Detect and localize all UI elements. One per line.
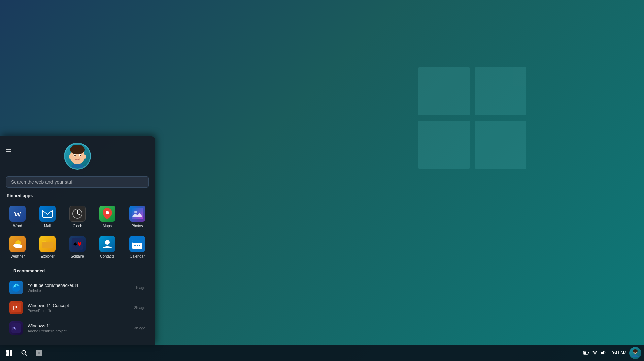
svg-line-41 bbox=[25, 354, 27, 356]
rec-item-youtube[interactable]: Youtube.com/thehacker34 Website 1h ago bbox=[7, 277, 148, 298]
solitaire-label: Solitaire bbox=[71, 254, 84, 258]
win-pane-tl bbox=[418, 67, 470, 115]
search-button[interactable] bbox=[18, 346, 31, 360]
svg-point-29 bbox=[137, 245, 138, 246]
rec-win11-title: Windows 11 bbox=[28, 323, 129, 328]
svg-point-7 bbox=[69, 155, 71, 159]
svg-point-2 bbox=[70, 145, 85, 154]
svg-point-21 bbox=[15, 244, 22, 248]
win-pane-tr bbox=[475, 67, 526, 115]
battery-icon bbox=[583, 350, 589, 356]
rec-win11concept-info: Windows 11 Concept PowerPoint file bbox=[28, 303, 129, 313]
maps-icon bbox=[99, 206, 115, 222]
rec-youtube-info: Youtube.com/thehacker34 Website bbox=[28, 283, 129, 293]
svg-point-49 bbox=[595, 354, 595, 355]
svg-point-8 bbox=[83, 155, 86, 159]
app-photos[interactable]: Photos bbox=[123, 202, 151, 231]
rec-youtube-icon bbox=[9, 281, 23, 294]
taskbar-left bbox=[3, 346, 46, 360]
taskbar-avatar[interactable] bbox=[629, 347, 641, 359]
svg-rect-43 bbox=[39, 350, 42, 353]
svg-rect-11 bbox=[43, 210, 52, 217]
calendar-icon bbox=[129, 236, 145, 252]
explorer-icon bbox=[39, 236, 56, 252]
solitaire-icon: ♠♥ bbox=[69, 236, 86, 252]
wifi-icon bbox=[592, 350, 598, 356]
svg-point-31 bbox=[12, 283, 20, 292]
recommended-section: Recommended Youtube.com/thehacker34 Webs… bbox=[0, 265, 155, 338]
app-weather[interactable]: Weather bbox=[3, 233, 32, 262]
pinned-apps-label: Pinned apps bbox=[0, 193, 155, 202]
rec-win11concept-title: Windows 11 Concept bbox=[28, 303, 129, 308]
taskbar-right: 9:41 AM bbox=[583, 347, 641, 359]
mail-icon bbox=[39, 206, 56, 222]
rec-item-win11concept[interactable]: P Windows 11 Concept PowerPoint file 2h … bbox=[7, 298, 148, 318]
volume-icon bbox=[601, 350, 606, 356]
app-contacts[interactable]: Contacts bbox=[93, 233, 122, 262]
svg-rect-38 bbox=[6, 353, 9, 356]
start-button[interactable] bbox=[3, 346, 16, 360]
app-calendar[interactable]: Calendar bbox=[123, 233, 151, 262]
app-mail[interactable]: Mail bbox=[33, 202, 62, 231]
rec-ppt-icon: P bbox=[9, 301, 23, 314]
svg-point-15 bbox=[77, 213, 78, 214]
svg-point-5 bbox=[74, 155, 76, 156]
svg-rect-44 bbox=[36, 353, 39, 356]
svg-point-18 bbox=[134, 211, 137, 213]
svg-rect-36 bbox=[6, 350, 9, 353]
svg-point-52 bbox=[633, 349, 638, 353]
svg-point-6 bbox=[80, 155, 81, 156]
recommended-label: Recommended bbox=[7, 268, 148, 277]
clock-icon bbox=[69, 206, 86, 222]
explorer-label: Explorer bbox=[41, 254, 55, 258]
svg-point-30 bbox=[139, 245, 140, 246]
rec-win11-info: Windows 11 Adobe Premiere project bbox=[28, 323, 129, 333]
word-label: Word bbox=[13, 224, 22, 228]
calendar-label: Calendar bbox=[130, 254, 145, 258]
taskbar: 9:41 AM bbox=[0, 345, 644, 361]
rec-win11-subtitle: Adobe Premiere project bbox=[28, 329, 129, 333]
svg-text:W: W bbox=[14, 210, 21, 218]
svg-rect-47 bbox=[588, 352, 589, 354]
user-avatar[interactable] bbox=[64, 143, 91, 170]
rec-premiere-icon: Pr bbox=[9, 321, 23, 335]
rec-youtube-title: Youtube.com/thehacker34 bbox=[28, 283, 129, 288]
rec-win11concept-time: 2h ago bbox=[134, 306, 145, 310]
svg-rect-27 bbox=[132, 240, 142, 243]
taskbar-time[interactable]: 9:41 AM bbox=[612, 350, 626, 356]
svg-text:♠: ♠ bbox=[73, 240, 77, 248]
app-solitaire[interactable]: ♠♥ Solitaire bbox=[63, 233, 92, 262]
windows-logo bbox=[418, 67, 526, 175]
svg-rect-39 bbox=[10, 353, 12, 356]
win-pane-bl bbox=[418, 121, 470, 169]
maps-label: Maps bbox=[103, 224, 112, 228]
app-maps[interactable]: Maps bbox=[93, 202, 122, 231]
app-explorer[interactable]: Explorer bbox=[33, 233, 62, 262]
app-clock[interactable]: Clock bbox=[63, 202, 92, 231]
svg-point-9 bbox=[71, 164, 84, 168]
photos-label: Photos bbox=[131, 224, 143, 228]
word-icon: W bbox=[9, 206, 26, 222]
rec-item-win11[interactable]: Pr Windows 11 Adobe Premiere project 3h … bbox=[7, 318, 148, 338]
win-pane-br bbox=[475, 121, 526, 169]
svg-point-28 bbox=[134, 245, 136, 246]
contacts-icon bbox=[99, 236, 115, 252]
svg-text:♥: ♥ bbox=[77, 240, 82, 248]
desktop: ☰ bbox=[0, 0, 644, 361]
svg-text:P: P bbox=[13, 305, 17, 311]
taskbar-system-icons bbox=[583, 350, 606, 356]
clock-label: Clock bbox=[73, 224, 82, 228]
svg-text:Pr: Pr bbox=[12, 326, 17, 331]
app-word[interactable]: W Word bbox=[3, 202, 32, 231]
task-view-button[interactable] bbox=[32, 346, 46, 360]
user-avatar-area bbox=[0, 136, 155, 173]
time-display: 9:41 AM bbox=[612, 350, 626, 356]
mail-label: Mail bbox=[44, 224, 51, 228]
search-bar[interactable]: Search the web and your stuff bbox=[6, 176, 149, 188]
rec-win11-time: 3h ago bbox=[134, 326, 145, 330]
weather-icon bbox=[9, 236, 26, 252]
rec-win11concept-subtitle: PowerPoint file bbox=[28, 309, 129, 313]
svg-marker-50 bbox=[601, 351, 604, 355]
svg-rect-37 bbox=[10, 350, 12, 353]
svg-point-16 bbox=[106, 211, 109, 214]
